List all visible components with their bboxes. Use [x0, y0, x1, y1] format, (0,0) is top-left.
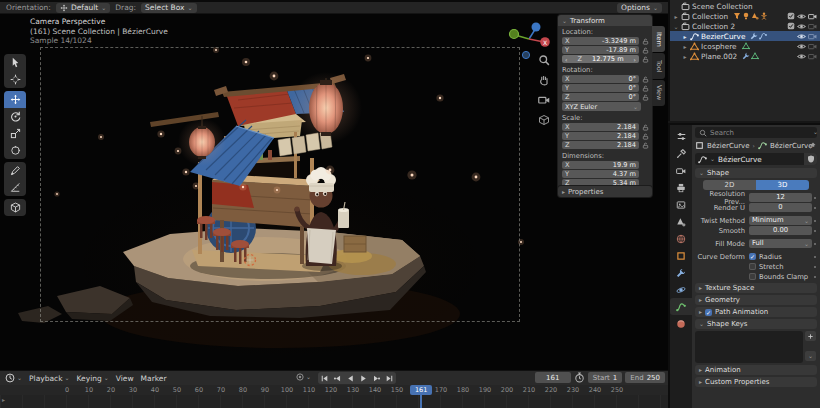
lock-icon[interactable]: [642, 142, 649, 149]
lock-icon[interactable]: [642, 85, 649, 92]
cursor-tool[interactable]: [4, 71, 26, 88]
select-box-tool[interactable]: [4, 54, 26, 71]
playhead-label[interactable]: 161: [410, 385, 432, 395]
animate-dot[interactable]: [812, 276, 817, 278]
outliner-row-collection[interactable]: ▸ Collection: [670, 11, 820, 21]
scale-y-field[interactable]: Y2.184: [562, 132, 639, 140]
outliner-row-plane-002[interactable]: ▸ Plane.002: [670, 51, 820, 61]
tab-view[interactable]: View: [652, 80, 665, 106]
annotate-tool[interactable]: [4, 162, 26, 179]
expand-icon[interactable]: ▸: [673, 13, 679, 20]
animate-dot[interactable]: [812, 197, 817, 199]
scale-z-field[interactable]: Z2.184: [562, 141, 639, 149]
custom-properties-panel[interactable]: ▸ Custom Properties: [695, 377, 817, 387]
hide-eye-icon[interactable]: [797, 42, 806, 51]
exclude-checkbox-icon[interactable]: [787, 12, 795, 20]
lock-icon[interactable]: [642, 47, 649, 54]
channel-expand-icon[interactable]: ▸: [2, 396, 5, 403]
viewport[interactable]: Camera Perspective (161) Scene Collectio…: [0, 14, 668, 370]
transform-tool[interactable]: [4, 142, 26, 159]
fill-mode-dropdown[interactable]: Full⌄: [749, 239, 812, 248]
camera-view-icon[interactable]: [538, 94, 550, 106]
rotation-y-field[interactable]: Y0°: [562, 84, 639, 92]
lock-icon[interactable]: [642, 124, 649, 131]
scale-tool[interactable]: [4, 125, 26, 142]
radius-checkbox[interactable]: ✓ Radius: [749, 253, 812, 261]
animate-dot[interactable]: [812, 266, 817, 268]
hide-eye-icon[interactable]: [797, 22, 806, 31]
add-cube-tool[interactable]: [4, 199, 26, 216]
path-animation-panel[interactable]: ▸ ✓ Path Animation: [695, 307, 817, 317]
disable-render-camera-icon[interactable]: [808, 22, 817, 31]
resolution-field[interactable]: 12: [749, 193, 812, 202]
geometry-panel[interactable]: ▸ Geometry: [695, 295, 817, 305]
scale-x-field[interactable]: X2.184: [562, 123, 639, 131]
twist-method-dropdown[interactable]: Minimum⌄: [749, 216, 812, 225]
current-frame-field[interactable]: 161: [535, 372, 571, 383]
tab-scene[interactable]: [670, 213, 692, 230]
tab-tool[interactable]: Tool: [652, 53, 665, 79]
texture-space-panel[interactable]: ▸ Texture Space: [695, 283, 817, 293]
bounds-clamp-checkbox[interactable]: Bounds Clamp: [749, 273, 812, 281]
rotation-mode-dropdown[interactable]: XYZ Euler⌄: [562, 102, 641, 111]
tab-tool[interactable]: [670, 145, 692, 162]
checkbox-checked-icon[interactable]: ✓: [705, 309, 712, 316]
lock-icon[interactable]: [642, 133, 649, 140]
tab-world[interactable]: [670, 230, 692, 247]
auto-keying-button[interactable]: ⌄: [295, 372, 311, 382]
shape-keys-panel[interactable]: ⌄ Shape Keys: [695, 319, 817, 329]
exclude-checkbox-icon[interactable]: [787, 22, 795, 30]
tab-output[interactable]: [670, 179, 692, 196]
stretch-checkbox[interactable]: Stretch: [749, 263, 812, 271]
hide-eye-icon[interactable]: [797, 52, 806, 61]
preview-range-stopwatch-icon[interactable]: [574, 372, 585, 383]
mode-2d-button[interactable]: 2D: [703, 180, 756, 190]
outliner-row-beziercurve[interactable]: ▸ BezierCurve: [670, 31, 820, 41]
expand-icon[interactable]: ▸: [682, 53, 688, 60]
collapse-icon[interactable]: ⌄: [673, 23, 679, 30]
jump-to-start-button[interactable]: [318, 372, 331, 384]
animate-dot[interactable]: [812, 256, 817, 258]
animate-dot[interactable]: [812, 230, 817, 232]
menu-keying[interactable]: Keying⌄: [77, 374, 109, 383]
rotate-tool[interactable]: [4, 108, 26, 125]
timeline-editor-type-button[interactable]: ⌄: [5, 373, 22, 383]
timeline-track[interactable]: [0, 395, 668, 408]
play-reverse-button[interactable]: [344, 372, 357, 384]
add-shape-key-button[interactable]: [805, 331, 816, 341]
disable-render-camera-icon[interactable]: [808, 32, 817, 41]
measure-tool[interactable]: [4, 179, 26, 196]
expand-icon[interactable]: ▸: [682, 43, 688, 50]
tab-object-data[interactable]: [670, 298, 692, 315]
lock-icon[interactable]: [642, 56, 649, 63]
orientation-dropdown[interactable]: Default ⌄: [56, 3, 110, 13]
fake-user-shield-icon[interactable]: [807, 155, 815, 163]
disable-render-camera-icon[interactable]: [808, 52, 817, 61]
dimensions-y-field[interactable]: Y4.37 m: [562, 170, 639, 178]
lock-icon[interactable]: [642, 76, 649, 83]
hide-eye-icon[interactable]: [797, 32, 806, 41]
pin-icon[interactable]: [808, 142, 816, 150]
render-u-field[interactable]: 0: [749, 203, 812, 212]
outliner-row-icosphere[interactable]: ▸ Icosphere: [670, 41, 820, 51]
breadcrumb-data[interactable]: BézierCurve: [770, 142, 813, 150]
outliner-row-collection-2[interactable]: ⌄ Collection 2: [670, 21, 820, 31]
menu-view[interactable]: View: [116, 374, 134, 383]
tab-modifiers[interactable]: [670, 264, 692, 281]
shape-keys-list[interactable]: ⌄: [695, 331, 803, 363]
options-button[interactable]: Options ⌄: [617, 3, 662, 13]
properties-search[interactable]: Search ⌄: [695, 127, 817, 138]
tab-view-layer[interactable]: [670, 196, 692, 213]
rotation-x-field[interactable]: X0°: [562, 75, 639, 83]
pan-hand-icon[interactable]: [538, 74, 550, 86]
tab-item[interactable]: Item: [652, 26, 665, 52]
perspective-toggle-icon[interactable]: [538, 114, 550, 126]
location-x-field[interactable]: X-3.3249 m: [562, 37, 639, 45]
end-frame-field[interactable]: End250: [625, 372, 665, 383]
tab-editor-selector[interactable]: [670, 128, 692, 145]
tab-render[interactable]: [670, 162, 692, 179]
drag-dropdown[interactable]: Select Box ⌄: [141, 3, 197, 13]
dimensions-x-field[interactable]: X19.9 m: [562, 161, 639, 169]
expand-icon[interactable]: ▸: [682, 33, 688, 40]
location-y-field[interactable]: Y-17.89 m: [562, 46, 639, 54]
